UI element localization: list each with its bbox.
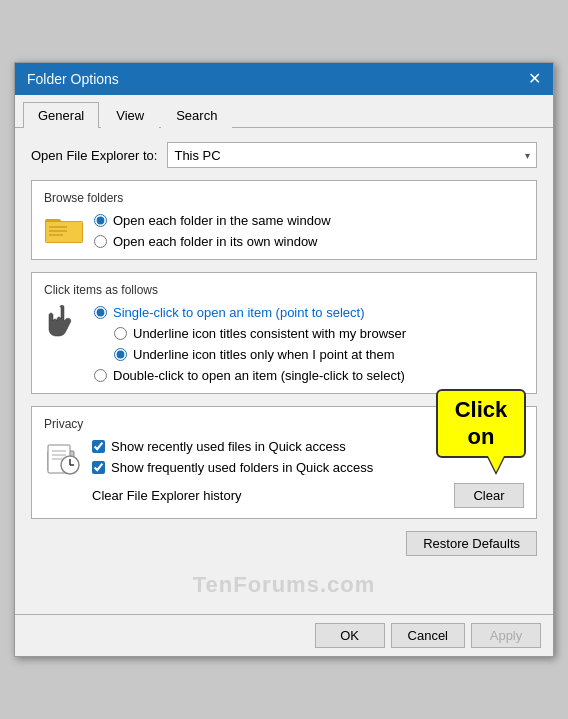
folder-options-window: Folder Options ✕ General View Search Ope… [14, 62, 554, 657]
click-items-section: Click items as follows Single-click to o… [31, 272, 537, 394]
callout-bubble: Click on [436, 389, 526, 458]
checkbox-frequent-folders[interactable] [92, 461, 105, 474]
click-option-underline-always[interactable]: Underline icon titles consistent with my… [114, 326, 406, 341]
browse-option-own-window[interactable]: Open each folder in its own window [94, 234, 331, 249]
browse-radio-same[interactable] [94, 214, 107, 227]
restore-row: Restore Defaults [31, 531, 537, 556]
click-items-inner: Single-click to open an item (point to s… [44, 305, 524, 383]
tab-general[interactable]: General [23, 102, 99, 128]
ok-button[interactable]: OK [315, 623, 385, 648]
title-bar: Folder Options ✕ [15, 63, 553, 95]
click-radio-underline-hover[interactable] [114, 348, 127, 361]
restore-defaults-button[interactable]: Restore Defaults [406, 531, 537, 556]
select-value: This PC [174, 148, 220, 163]
click-radio-single[interactable] [94, 306, 107, 319]
browse-folders-inner: Open each folder in the same window Open… [44, 213, 524, 249]
click-option-underline-hover[interactable]: Underline icon titles only when I point … [114, 347, 406, 362]
click-items-title: Click items as follows [44, 283, 524, 297]
callout-line2: on [468, 424, 495, 449]
click-label-underline-always: Underline icon titles consistent with my… [133, 326, 406, 341]
callout-line1: Click [455, 397, 508, 422]
chevron-down-icon: ▾ [525, 150, 530, 161]
browse-radio-own[interactable] [94, 235, 107, 248]
tab-bar: General View Search [15, 95, 553, 128]
tab-search[interactable]: Search [161, 102, 232, 128]
folder-icon [44, 213, 84, 245]
click-radio-underline-always[interactable] [114, 327, 127, 340]
privacy-checkbox-folders[interactable]: Show frequently used folders in Quick ac… [92, 460, 524, 475]
close-button[interactable]: ✕ [528, 71, 541, 87]
privacy-icon [44, 439, 82, 477]
browse-label-own: Open each folder in its own window [113, 234, 318, 249]
click-option-single[interactable]: Single-click to open an item (point to s… [94, 305, 406, 320]
browse-folders-options: Open each folder in the same window Open… [94, 213, 331, 249]
browse-option-same-window[interactable]: Open each folder in the same window [94, 213, 331, 228]
privacy-section: Privacy [31, 406, 537, 519]
cursor-icon [44, 305, 84, 347]
cancel-button[interactable]: Cancel [391, 623, 465, 648]
apply-button[interactable]: Apply [471, 623, 541, 648]
svg-rect-2 [46, 222, 82, 242]
click-label-single: Single-click to open an item (point to s… [113, 305, 364, 320]
folder-svg-icon [45, 213, 83, 245]
browse-label-same: Open each folder in the same window [113, 213, 331, 228]
bottom-bar: OK Cancel Apply [15, 614, 553, 656]
window-title: Folder Options [27, 71, 119, 87]
checkbox-recent-files[interactable] [92, 440, 105, 453]
open-explorer-select[interactable]: This PC ▾ [167, 142, 537, 168]
open-explorer-label: Open File Explorer to: [31, 148, 157, 163]
watermark: TenForums.com [31, 566, 537, 600]
browse-folders-title: Browse folders [44, 191, 524, 205]
click-label-underline-hover: Underline icon titles only when I point … [133, 347, 395, 362]
click-label-double: Double-click to open an item (single-cli… [113, 368, 405, 383]
clear-row: Clear File Explorer history Clear [92, 483, 524, 508]
clear-button[interactable]: Clear [454, 483, 524, 508]
hand-cursor-svg [46, 305, 82, 347]
checkbox-label-files: Show recently used files in Quick access [111, 439, 346, 454]
click-items-options: Single-click to open an item (point to s… [94, 305, 406, 383]
tab-view[interactable]: View [101, 102, 159, 128]
open-explorer-row: Open File Explorer to: This PC ▾ [31, 142, 537, 168]
privacy-svg-icon [44, 439, 82, 477]
tab-content: Open File Explorer to: This PC ▾ Browse … [15, 128, 553, 614]
checkbox-label-folders: Show frequently used folders in Quick ac… [111, 460, 373, 475]
browse-folders-section: Browse folders [31, 180, 537, 260]
click-radio-double[interactable] [94, 369, 107, 382]
clear-history-label: Clear File Explorer history [92, 488, 242, 503]
click-option-double[interactable]: Double-click to open an item (single-cli… [94, 368, 406, 383]
